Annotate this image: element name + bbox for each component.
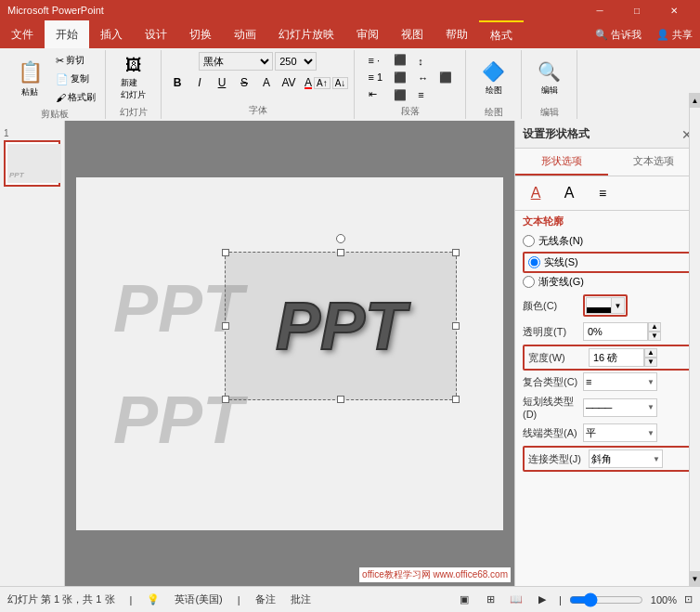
transparency-input[interactable] (583, 322, 648, 341)
transparency-row: 透明度(T) ▲ ▼ (523, 322, 693, 341)
list-bullet-button[interactable]: ≡ · (365, 53, 387, 68)
font-size-select[interactable]: 250 (275, 52, 317, 71)
scroll-down[interactable]: ▼ (690, 571, 700, 586)
find-button[interactable]: 🔍 编辑 (529, 52, 570, 104)
arrange-icon: 🔷 (482, 60, 505, 83)
slide-thumbnail[interactable]: PPT (4, 140, 60, 187)
rotate-handle[interactable] (336, 234, 345, 243)
panel-tab-shape[interactable]: 形状选项 (515, 149, 608, 176)
handle-bottom-right[interactable] (452, 396, 460, 403)
radio-no-line-input[interactable] (523, 235, 535, 247)
tab-animations[interactable]: 动画 (223, 20, 267, 48)
tab-icon-outline[interactable]: A (556, 182, 582, 204)
arrange-button[interactable]: 🔷 绘图 (473, 52, 514, 104)
handle-middle-left[interactable] (222, 322, 229, 330)
bold-button[interactable]: B (167, 73, 188, 92)
tab-slideshow[interactable]: 幻灯片放映 (267, 20, 345, 48)
share-btn[interactable]: 👤 共享 (656, 28, 693, 42)
compound-type-select[interactable]: ≡ ▼ (583, 372, 657, 391)
line-spacing-button[interactable]: ↕ (414, 54, 432, 69)
dash-type-select[interactable]: ──── ▼ (583, 398, 657, 417)
direction-button[interactable]: ↔ (414, 71, 432, 85)
handle-bottom-center[interactable] (337, 396, 344, 403)
font-family-select[interactable]: 黑体 (199, 52, 273, 71)
paste-button[interactable]: 📋 粘贴 (9, 53, 50, 105)
tell-me[interactable]: 🔍 告诉我 (595, 28, 642, 42)
columns-button[interactable]: ⬛ (390, 87, 410, 103)
new-slide-button[interactable]: 🖼 新建幻灯片 (113, 52, 154, 104)
underline-button[interactable]: U (212, 73, 232, 92)
align-text-button[interactable]: ≡ (414, 87, 432, 102)
tab-help[interactable]: 帮助 (434, 20, 479, 48)
join-type-row: 连接类型(J) 斜角 ▼ (523, 446, 693, 472)
format-painter-button[interactable]: 🖌格式刷 (52, 89, 99, 106)
tab-icon-fill[interactable]: A (523, 182, 549, 204)
transparency-down[interactable]: ▼ (648, 332, 661, 341)
tab-review[interactable]: 审阅 (345, 20, 390, 48)
tab-home[interactable]: 开始 (45, 20, 89, 48)
handle-bottom-left[interactable] (222, 396, 229, 403)
tab-format[interactable]: 格式 (479, 20, 524, 48)
handle-top-left[interactable] (222, 249, 229, 256)
ribbon-tabs: 文件 开始 插入 设计 切换 动画 幻灯片放映 审阅 视图 帮助 格式 🔍 告诉… (0, 20, 700, 48)
minimize-button[interactable]: ─ (581, 0, 618, 20)
draw-label: 绘图 (485, 104, 503, 119)
normal-view-btn[interactable]: ▣ (455, 592, 473, 608)
dash-type-row: 短划线类型(D) ──── ▼ (523, 395, 693, 420)
join-type-select[interactable]: 斜角 ▼ (589, 449, 663, 468)
shadow-button[interactable]: A (256, 73, 277, 92)
zoom-slider[interactable] (569, 592, 643, 607)
cap-type-label: 线端类型(A) (523, 426, 583, 440)
align-center-button[interactable]: ⬛ (390, 70, 410, 85)
radio-solid-line-input[interactable] (528, 256, 540, 268)
slide-content[interactable]: PPT PPT PPT (76, 177, 503, 530)
clipboard-label: 剪贴板 (41, 106, 69, 121)
width-input[interactable] (589, 348, 644, 367)
list-number-button[interactable]: ≡ 1 (365, 70, 387, 85)
italic-button[interactable]: I (189, 73, 210, 92)
align-left-button[interactable]: ⬛ (390, 52, 410, 68)
transparency-up[interactable]: ▲ (648, 322, 661, 332)
group-clipboard: 📋 粘贴 ✂剪切 📄复制 🖌格式刷 剪贴板 (4, 50, 106, 119)
right-panel: 设置形状格式 ✕ 形状选项 文本选项 A A ≡ 文本轮廓 无线条(N) (514, 121, 700, 586)
tab-file[interactable]: 文件 (0, 20, 45, 48)
cap-type-select[interactable]: 平 ▼ (583, 423, 657, 442)
tab-icon-effects[interactable]: ≡ (590, 182, 616, 204)
width-down[interactable]: ▼ (644, 358, 657, 367)
font-size-down[interactable]: A↓ (332, 77, 349, 89)
indent-dec-button[interactable]: ⇤ (365, 86, 387, 102)
radio-gradient-line-input[interactable] (523, 276, 535, 288)
slideshow-btn[interactable]: ▶ (533, 592, 551, 608)
copy-button[interactable]: 📄复制 (52, 71, 99, 87)
slide-sorter-btn[interactable]: ⊞ (481, 592, 499, 608)
maximize-button[interactable]: □ (618, 0, 655, 20)
reading-view-btn[interactable]: 📖 (507, 592, 525, 608)
notes-btn[interactable]: 备注 (255, 592, 276, 606)
tab-insert[interactable]: 插入 (89, 20, 134, 48)
color-dropdown-btn[interactable]: ▼ (612, 297, 625, 314)
radio-solid-line-label: 实线(S) (544, 255, 578, 269)
scroll-up[interactable]: ▲ (690, 93, 700, 108)
tab-view[interactable]: 视图 (390, 20, 434, 48)
group-slide: 🖼 新建幻灯片 幻灯片 (106, 50, 162, 119)
handle-top-center[interactable] (337, 249, 344, 256)
cut-button[interactable]: ✂剪切 (52, 52, 99, 69)
color-picker-box[interactable] (586, 297, 612, 314)
width-up[interactable]: ▲ (644, 348, 657, 358)
handle-middle-right[interactable] (452, 322, 460, 330)
fit-slide-btn[interactable]: ⊡ (684, 593, 693, 605)
tab-transitions[interactable]: 切换 (178, 20, 223, 48)
close-button[interactable]: ✕ (655, 0, 693, 20)
panel-tab-text[interactable]: 文本选项 (608, 149, 701, 176)
watermark: office教程学习网 www.office68.com (359, 567, 511, 582)
font-size-up[interactable]: A↑ (314, 77, 331, 89)
tab-design[interactable]: 设计 (134, 20, 178, 48)
handle-top-right[interactable] (452, 249, 460, 256)
format-painter-icon: 🖌 (56, 92, 66, 103)
panel-scrollbar[interactable]: ▲ ▼ (689, 93, 700, 586)
smartart-button[interactable]: ⬛ (435, 70, 456, 85)
selection-box[interactable]: PPT (225, 252, 457, 400)
strikethrough-button[interactable]: S (234, 73, 254, 92)
spacing-button[interactable]: AV (279, 73, 299, 92)
comments-btn[interactable]: 批注 (291, 592, 311, 606)
